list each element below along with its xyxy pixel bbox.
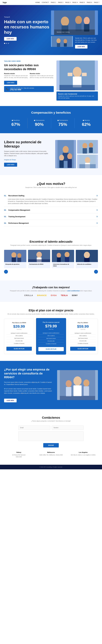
contact-submit-button[interactable]: ENVIAR <box>43 443 59 448</box>
comp-dot-1 <box>34 120 35 121</box>
nav-contact[interactable]: CONTACT <box>42 2 49 3</box>
svg-point-58 <box>83 380 89 386</box>
svg-point-39 <box>17 253 21 258</box>
pricing-features-1: Quisque in amet condimentum Clik to aded… <box>38 332 64 345</box>
svg-rect-31 <box>89 148 93 153</box>
phone-label: Llame los 24 horas, los 7 días de la sem… <box>10 88 34 89</box>
svg-rect-52 <box>84 258 90 262</box>
socio-vision: Nuestra visión Sample text. Click to add… <box>30 73 54 78</box>
hero-tag: TempoS <box>4 16 51 18</box>
comp-item-1: Entrenamiento 90% <box>28 118 51 128</box>
svg-point-23 <box>59 155 64 161</box>
carousel-body-2: Soluciones innovadoras de RRHH <box>52 262 74 268</box>
svg-rect-13 <box>64 43 67 46</box>
nav-page1[interactable]: PAGE 1 <box>51 2 56 3</box>
comp-label-0: Beneficios <box>6 120 25 121</box>
carousel-item-2: Soluciones innovadoras de RRHH <box>52 250 74 268</box>
carousel-label-0: Búsqueda de ejecutivos <box>6 264 25 265</box>
nav-links: HOME CONTACT PAGE 1 PAGE 2 PAGE 3 PAGE 4… <box>35 2 99 3</box>
message-field[interactable] <box>18 432 84 442</box>
nav-page7[interactable]: PAGE 7 <box>94 2 99 3</box>
accordion-title-1: Compensation Management <box>8 209 30 211</box>
message-textarea[interactable] <box>18 432 84 441</box>
feature-1-1: Clik to aded a <box>38 334 64 337</box>
clients-row: CROLLA BINANCE EVGA TESLA SONY <box>4 294 98 296</box>
accordion-icon-2: ∨ <box>96 215 98 218</box>
hero-dot-3[interactable] <box>8 43 9 44</box>
feature-2-2: Sed viverra lorem <box>70 337 96 340</box>
pricing-price-1: $79.99 <box>38 324 64 328</box>
lider-left: Libere su potencial de liderazgo Quisque… <box>4 140 51 168</box>
valor-title: Nuestro valor fundamental <box>58 93 96 95</box>
svg-point-21 <box>62 146 68 153</box>
accordion-num-3: 04. <box>4 222 6 224</box>
pricing-cta-0[interactable]: ELIGE UN PLAN <box>6 347 32 351</box>
carousel-prev-button[interactable]: ‹ <box>4 270 8 274</box>
name-field[interactable] <box>52 426 84 430</box>
feature-2-4: Curabitur id laoreet <box>70 342 96 345</box>
office-0: Sidney 45 Princes Rd, Ryncourt NSW 2000 <box>4 452 34 458</box>
socio-vision-body: Sample text. Click to add your own text … <box>30 75 54 78</box>
svg-rect-59 <box>84 386 89 396</box>
nav-page6[interactable]: PAGE 6 <box>87 2 92 3</box>
nav-home[interactable]: HOME <box>35 2 40 3</box>
accordion-header-0[interactable]: 01. Recruitment Staffing ∧ <box>4 194 98 197</box>
lider-cta-button[interactable]: LEER MÁS <box>4 163 17 167</box>
svg-rect-47 <box>57 258 61 262</box>
hero-cta-button[interactable]: LEER MÁS <box>4 37 16 41</box>
porque-body2: Mi vel comodo vitae eniamos accumsan iac… <box>4 388 54 394</box>
comp-dot-0 <box>12 120 13 121</box>
comp-headline: Compensación y beneficios <box>4 111 98 114</box>
hero-headline: Hable con un experto en recursos humanos… <box>4 19 51 35</box>
lider-image-1 <box>77 140 98 154</box>
accordion-title-row-3: 04. Performance Management <box>4 222 29 224</box>
feature-0-0: Quisque in amet condimentum <box>6 332 32 334</box>
nav-page5[interactable]: PAGE 5 <box>80 2 85 3</box>
comp-dot-3 <box>83 120 84 121</box>
lider-link[interactable]: Imagines de Temps <box>4 159 51 160</box>
accordion-title-row-1: 02. Compensation Management <box>4 209 30 211</box>
carousel-body-0: Búsqueda de ejecutivos <box>4 262 26 266</box>
nav-page3[interactable]: PAGE 3 <box>65 2 70 3</box>
accordion-header-1[interactable]: 02. Compensation Management ∨ <box>4 209 98 211</box>
email-field[interactable] <box>18 426 50 430</box>
socio-cta-button[interactable]: LEER MÁS <box>4 81 17 85</box>
pricing-features-2: Quisque in amet condimentum Clik to aded… <box>70 332 96 345</box>
hero-dot-2[interactable] <box>6 43 7 44</box>
pricing-cta-2[interactable]: ELIGE UN PLAN <box>70 347 96 351</box>
pricing-cta-1[interactable]: ELIGE UN PLAN <box>38 347 64 351</box>
nav-page4[interactable]: PAGE 4 <box>72 2 78 3</box>
svg-point-37 <box>12 252 16 258</box>
carousel-next-button[interactable]: › <box>94 270 98 274</box>
accordion-num-1: 02. <box>4 209 6 211</box>
hero-dot-1[interactable] <box>4 43 5 44</box>
footer-text: © 2024 HR Consulting. All rights reserve… <box>3 466 99 468</box>
porque-body1: Duis lorem ipsum dolor sit amet, consect… <box>4 381 54 386</box>
accordion-item-2: 03. Training Development ∨ <box>4 213 98 220</box>
accordion-icon-0: ∧ <box>96 194 98 197</box>
clientes-sub: Paragraph looks just like lo amet, conse… <box>4 290 98 292</box>
nav-page2[interactable]: PAGE 2 <box>58 2 63 3</box>
logo: logo <box>3 1 7 4</box>
clientes-section: ¡Trabajando con los mejores! Paragraph l… <box>0 280 102 302</box>
name-input[interactable] <box>52 426 84 430</box>
office-address-0: 45 Princes Rd, Ryncourt <box>4 454 34 456</box>
talento-section: Encontrar el talento adecuado Paragraph … <box>0 233 102 280</box>
socio-columns: Nuestra misión Sample text. Click to add… <box>4 73 54 78</box>
accordion-header-2[interactable]: 03. Training Development ∨ <box>4 215 98 218</box>
pricing-card-1: Plan De empresa especial $79.99 hora hoy… <box>36 318 66 354</box>
feature-2-1: Clik to aded a <box>70 334 96 337</box>
accordion-num-2: 03. <box>4 216 6 218</box>
accordion-item-1: 02. Compensation Management ∨ <box>4 207 98 213</box>
svg-point-10 <box>56 38 60 43</box>
email-input[interactable] <box>18 426 50 430</box>
accordion-header-3[interactable]: 04. Performance Management ∨ <box>4 222 98 224</box>
svg-point-48 <box>64 252 70 257</box>
svg-rect-38 <box>12 258 16 262</box>
pricing-plan-0: Plan Básico de RRHH <box>6 322 32 324</box>
porque-cta-button[interactable]: LEER MÁS <box>4 399 16 402</box>
phone-icon: 📞 <box>6 88 9 90</box>
motiva-section: ¿Qué nos motiva? Sample text. Click to s… <box>0 175 102 233</box>
phone-number[interactable]: (702) 422 9999 <box>10 89 34 91</box>
hero-right-cta-button[interactable]: LEER MÁS <box>75 45 88 48</box>
